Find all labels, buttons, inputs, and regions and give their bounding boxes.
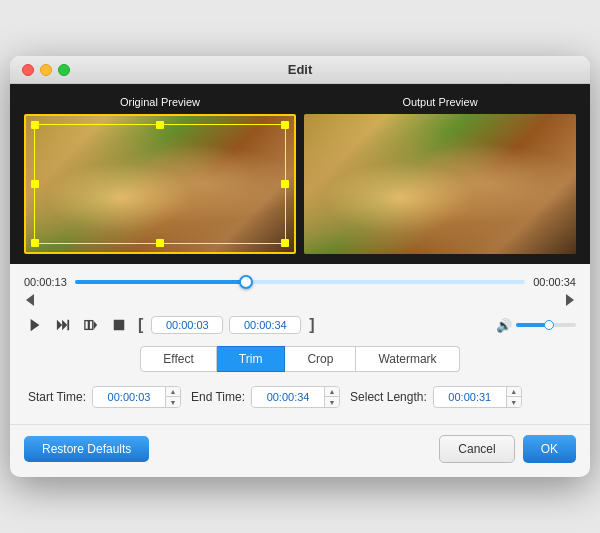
end-time-up[interactable]: ▲ — [325, 387, 339, 397]
preview-area: Original Preview Output Preview — [10, 84, 590, 264]
trim-start-input[interactable] — [151, 316, 223, 334]
ok-button[interactable]: OK — [523, 435, 576, 463]
svg-rect-7 — [114, 320, 125, 331]
timeline-end-label: 00:00:34 — [533, 276, 576, 288]
output-preview-image — [304, 114, 576, 254]
crop-handle-left-mid[interactable] — [31, 180, 39, 188]
svg-rect-4 — [85, 321, 89, 330]
crop-handle-bottom-right[interactable] — [281, 239, 289, 247]
start-time-label: Start Time: — [28, 390, 86, 404]
output-preview-panel: Output Preview — [304, 94, 576, 254]
original-preview-image — [24, 114, 296, 254]
arrow-row — [24, 294, 576, 306]
close-button[interactable] — [22, 64, 34, 76]
end-time-label: End Time: — [191, 390, 245, 404]
crop-handle-top-right[interactable] — [281, 121, 289, 129]
play-button[interactable] — [24, 314, 46, 336]
timeline-start-label: 00:00:13 — [24, 276, 67, 288]
confirm-buttons: Cancel OK — [439, 435, 576, 463]
crop-handle-right-mid[interactable] — [281, 180, 289, 188]
svg-marker-2 — [62, 320, 67, 331]
arrow-left-icon[interactable] — [26, 294, 34, 306]
output-photo-overlay — [304, 114, 576, 254]
tab-watermark[interactable]: Watermark — [356, 346, 459, 372]
svg-rect-3 — [67, 320, 69, 331]
window-title: Edit — [288, 62, 313, 77]
length-input-wrap: ▲ ▼ — [433, 386, 522, 408]
trim-end-input[interactable] — [229, 316, 301, 334]
tab-trim[interactable]: Trim — [217, 346, 286, 372]
stop-button[interactable] — [108, 314, 130, 336]
start-time-input-wrap: ▲ ▼ — [92, 386, 181, 408]
end-time-down[interactable]: ▼ — [325, 397, 339, 407]
timeline-slider[interactable] — [75, 274, 525, 290]
length-input[interactable] — [434, 388, 506, 406]
end-time-input-wrap: ▲ ▼ — [251, 386, 340, 408]
svg-rect-5 — [89, 321, 93, 330]
crop-overlay[interactable] — [34, 124, 286, 244]
cancel-button[interactable]: Cancel — [439, 435, 514, 463]
fields-row: Start Time: ▲ ▼ End Time: ▲ ▼ — [24, 386, 576, 408]
end-time-input[interactable] — [252, 388, 324, 406]
edit-window: Edit Original Preview — [10, 56, 590, 477]
fast-forward-button[interactable] — [52, 314, 74, 336]
svg-marker-1 — [57, 320, 62, 331]
bottom-row: Restore Defaults Cancel OK — [10, 424, 590, 477]
original-preview-label: Original Preview — [24, 94, 296, 110]
tab-effect[interactable]: Effect — [140, 346, 216, 372]
output-preview-label: Output Preview — [304, 94, 576, 110]
timeline-row: 00:00:13 00:00:34 — [24, 274, 576, 290]
volume-area: 🔊 — [496, 318, 576, 333]
length-down[interactable]: ▼ — [507, 397, 521, 407]
output-photo-background — [304, 114, 576, 254]
volume-icon: 🔊 — [496, 318, 512, 333]
length-group: Select Length: ▲ ▼ — [350, 386, 522, 408]
frame-step-button[interactable] — [80, 314, 102, 336]
start-time-up[interactable]: ▲ — [166, 387, 180, 397]
start-time-group: Start Time: ▲ ▼ — [28, 386, 181, 408]
volume-thumb[interactable] — [544, 320, 554, 330]
length-spinners: ▲ ▼ — [506, 387, 521, 407]
trim-bracket-right: ] — [307, 316, 316, 334]
crop-handle-top-left[interactable] — [31, 121, 39, 129]
tab-row: Effect Trim Crop Watermark — [24, 346, 576, 372]
crop-handle-bottom-left[interactable] — [31, 239, 39, 247]
length-up[interactable]: ▲ — [507, 387, 521, 397]
slider-track — [75, 280, 525, 284]
trim-bracket-left: [ — [136, 316, 145, 334]
crop-handle-bottom-mid[interactable] — [156, 239, 164, 247]
crop-handle-top-mid[interactable] — [156, 121, 164, 129]
svg-marker-0 — [31, 319, 40, 331]
svg-marker-6 — [94, 321, 98, 330]
end-time-spinners: ▲ ▼ — [324, 387, 339, 407]
maximize-button[interactable] — [58, 64, 70, 76]
traffic-lights — [22, 64, 70, 76]
end-time-group: End Time: ▲ ▼ — [191, 386, 340, 408]
original-preview-panel: Original Preview — [24, 94, 296, 254]
controls-area: 00:00:13 00:00:34 — [10, 264, 590, 408]
slider-fill — [75, 280, 246, 284]
tab-crop[interactable]: Crop — [285, 346, 356, 372]
start-time-input[interactable] — [93, 388, 165, 406]
slider-thumb[interactable] — [239, 275, 253, 289]
length-label: Select Length: — [350, 390, 427, 404]
start-time-spinners: ▲ ▼ — [165, 387, 180, 407]
start-time-down[interactable]: ▼ — [166, 397, 180, 407]
title-bar: Edit — [10, 56, 590, 84]
restore-defaults-button[interactable]: Restore Defaults — [24, 436, 149, 462]
volume-slider[interactable] — [516, 323, 576, 327]
minimize-button[interactable] — [40, 64, 52, 76]
arrow-right-icon[interactable] — [566, 294, 574, 306]
playback-row: [ ] 🔊 — [24, 314, 576, 336]
